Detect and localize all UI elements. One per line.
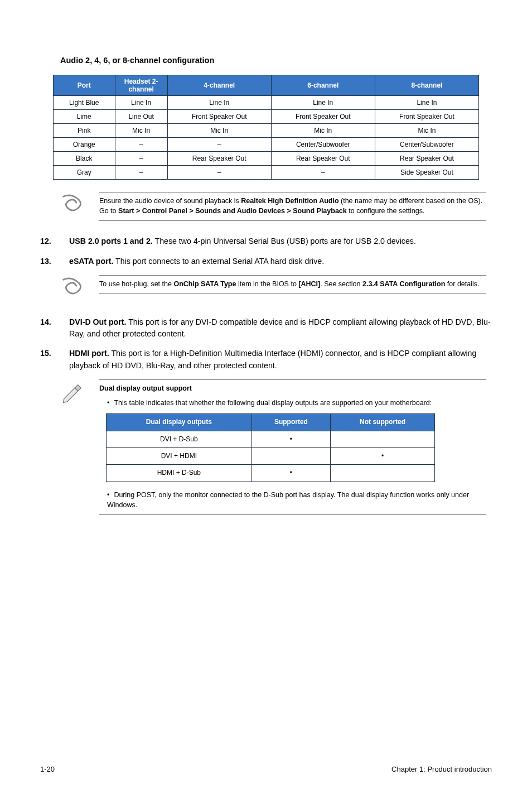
th-not-supported: Not supported	[331, 414, 435, 431]
note-text: Ensure the audio device of sound playbac…	[99, 196, 486, 216]
dual-title: Dual display output support	[99, 383, 486, 393]
table-row: Orange––Center/SubwooferCenter/Subwoofer	[54, 138, 479, 152]
table-row: LimeLine OutFront Speaker OutFront Speak…	[54, 110, 479, 124]
table-row: Light BlueLine InLine InLine InLine In	[54, 96, 479, 110]
paperclip-note-icon	[60, 275, 85, 302]
table-row: HDMI + D-Sub•	[107, 465, 435, 482]
item-12: 12. USB 2.0 ports 1 and 2. These two 4-p…	[40, 235, 492, 247]
th-supported: Supported	[252, 414, 331, 431]
note-esata: To use hot-plug, set the OnChip SATA Typ…	[60, 275, 492, 302]
th-2ch: Headset 2-channel	[115, 75, 167, 96]
item-14: 14. DVI-D Out port. This port is for any…	[40, 316, 492, 340]
table-row: DVI + HDMI•	[107, 448, 435, 465]
table-row: PinkMic InMic InMic InMic In	[54, 124, 479, 138]
dual-bullet1: This table indicates that whether the fo…	[107, 398, 486, 408]
dual-bullet2: During POST, only the monitor connected …	[107, 490, 486, 510]
table-row: Gray–––Side Speaker Out	[54, 166, 479, 180]
th-8ch: 8-channel	[375, 75, 478, 96]
chapter-label: Chapter 1: Product introduction	[391, 765, 492, 773]
page-number: 1-20	[40, 765, 55, 773]
page-footer: 1-20 Chapter 1: Product introduction	[40, 765, 492, 773]
th-port: Port	[54, 75, 115, 96]
th-4ch: 4-channel	[167, 75, 271, 96]
dual-display-table: Dual display outputs Supported Not suppo…	[106, 413, 435, 482]
note-realtek: Ensure the audio device of sound playbac…	[60, 192, 492, 221]
note-dual-display: Dual display output support This table i…	[60, 379, 492, 515]
pencil-note-icon	[60, 379, 85, 406]
th-dual-outputs: Dual display outputs	[107, 414, 252, 431]
th-6ch: 6-channel	[271, 75, 375, 96]
paperclip-note-icon	[60, 192, 85, 219]
item-13: 13. eSATA port. This port connects to an…	[40, 256, 492, 267]
audio-config-table: Port Headset 2-channel 4-channel 6-chann…	[53, 75, 479, 180]
table-row: DVI + D-Sub•	[107, 431, 435, 447]
table-row: Black–Rear Speaker OutRear Speaker OutRe…	[54, 152, 479, 166]
section-title: Audio 2, 4, 6, or 8-channel configuratio…	[60, 56, 492, 65]
note-text: Dual display output support This table i…	[99, 383, 486, 510]
note-text: To use hot-plug, set the OnChip SATA Typ…	[99, 279, 486, 289]
item-15: 15. HDMI port. This port is for a High-D…	[40, 348, 492, 372]
